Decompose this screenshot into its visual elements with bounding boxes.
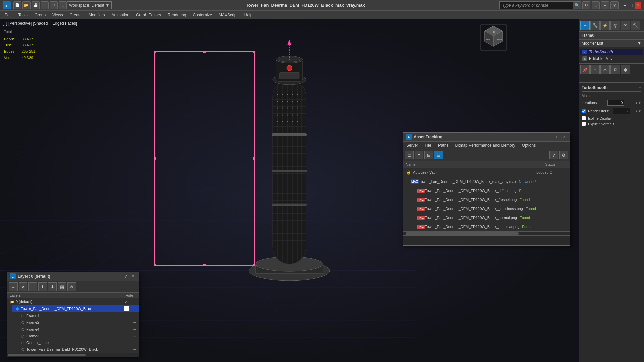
layer-question-btn[interactable]: ? bbox=[123, 273, 129, 279]
layer-item-default[interactable]: 📁 0 (default) ✓ ··· bbox=[7, 298, 139, 305]
at-close-btn[interactable]: × bbox=[561, 134, 567, 140]
layer-close-btn[interactable]: × bbox=[130, 273, 136, 279]
at-menu-bitmap[interactable]: Bitmap Performance and Memory bbox=[452, 142, 518, 149]
layer-item-frame4[interactable]: ⬡ Frame4 ··· bbox=[18, 326, 139, 333]
menu-tools[interactable]: Tools bbox=[15, 12, 31, 18]
turbosm-collapse-icon[interactable]: − bbox=[639, 85, 641, 90]
explicit-normals-checkbox[interactable] bbox=[582, 122, 586, 126]
layer-view-btn[interactable]: ≡ bbox=[9, 282, 18, 291]
layer-move-btn[interactable]: ⬆ bbox=[38, 282, 47, 291]
at-restore-btn[interactable]: □ bbox=[554, 134, 561, 140]
iterations-input[interactable] bbox=[607, 100, 624, 106]
layers-icon-btn[interactable]: ⊞ bbox=[592, 1, 600, 9]
menu-create[interactable]: Create bbox=[66, 12, 85, 18]
layer-scrollbar[interactable] bbox=[7, 353, 139, 357]
rs-arrow-btn[interactable]: ↕ bbox=[590, 65, 600, 74]
rs-display-btn[interactable]: 👁 bbox=[621, 21, 630, 30]
menu-animation[interactable]: Animation bbox=[108, 12, 133, 18]
layer-move2-btn[interactable]: ⬇ bbox=[48, 282, 57, 291]
rs-modify-btn[interactable]: 🔧 bbox=[590, 21, 600, 30]
render-iters-checkbox[interactable] bbox=[582, 109, 586, 113]
layer-item-frame3[interactable]: ⬡ Frame3 ··· bbox=[18, 333, 139, 339]
at-row-normal[interactable]: PNG Tower_Fan_Deerma_DEM_FD120W_Black_no… bbox=[403, 213, 570, 222]
star-icon-btn[interactable]: ★ bbox=[601, 1, 609, 9]
open-btn[interactable]: 📂 bbox=[22, 1, 31, 9]
restore-btn[interactable]: □ bbox=[628, 2, 635, 9]
at-vault-name: Autodesk Vault bbox=[413, 170, 534, 174]
at-db-btn[interactable]: 🗃 bbox=[405, 151, 414, 159]
rs-pin-btn[interactable]: 📌 bbox=[580, 65, 590, 74]
at-row-vault[interactable]: 🔒 Autodesk Vault Logged Off bbox=[403, 168, 570, 177]
at-fresnel-status: Found bbox=[517, 198, 550, 202]
rs-cut-btn[interactable]: ✂ bbox=[600, 65, 610, 74]
at-menu-file[interactable]: File bbox=[421, 142, 434, 149]
layer-select-btn[interactable]: ▦ bbox=[58, 282, 66, 291]
settings-icon-btn[interactable]: ⚙ bbox=[582, 1, 590, 9]
at-scrollbar[interactable] bbox=[403, 231, 570, 235]
layer-titlebar: L Layer: 0 (default) ? × bbox=[7, 272, 139, 281]
at-diffuse-indent: PNG Tower_Fan_Deerma_DEM_FD120W_Black_di… bbox=[418, 188, 517, 194]
at-help-btn[interactable]: ? bbox=[549, 151, 558, 159]
isoline-checkbox[interactable] bbox=[582, 116, 586, 120]
layer-item-control-panel[interactable]: ⬡ Control_panel ··· bbox=[18, 339, 139, 346]
at-row-max[interactable]: MAX Tower_Fan_Deerma_DEM_FD120W_Black_ma… bbox=[403, 177, 570, 186]
menu-edit[interactable]: Edit bbox=[1, 12, 15, 18]
save-btn[interactable]: 💾 bbox=[32, 1, 40, 9]
layer-del-btn[interactable]: ✕ bbox=[19, 282, 27, 291]
at-grid-btn[interactable]: ⊞ bbox=[424, 151, 433, 159]
at-row-fresnel[interactable]: PNG Tower_Fan_Deerma_DEM_FD120W_Black_fr… bbox=[403, 195, 570, 204]
iterations-spinner[interactable]: ▲▼ bbox=[635, 101, 641, 105]
layer-freeze-btn[interactable]: ❄ bbox=[67, 282, 76, 291]
render-iters-input[interactable] bbox=[613, 108, 630, 114]
layer-item-tower-fan2[interactable]: ⬡ Tower_Fan_Deerma_DEM_FD120W_Black ··· bbox=[18, 346, 139, 353]
menu-modifiers[interactable]: Modifiers bbox=[85, 12, 108, 18]
layer-item-frame2[interactable]: ⬡ Frame2 ··· bbox=[18, 319, 139, 326]
help-icon-btn[interactable]: ? bbox=[610, 1, 619, 9]
layer-scrollbar-thumb[interactable] bbox=[8, 354, 86, 356]
modifier-editable-poly[interactable]: E Editable Poly bbox=[580, 55, 643, 62]
menu-rendering[interactable]: Rendering bbox=[164, 12, 189, 18]
at-menu-paths[interactable]: Paths bbox=[435, 142, 452, 149]
minimize-btn[interactable]: − bbox=[621, 2, 628, 9]
at-scrollbar-thumb[interactable] bbox=[406, 232, 519, 235]
svg-point-57 bbox=[277, 94, 278, 95]
menu-help[interactable]: Help bbox=[241, 12, 256, 18]
search-bar[interactable]: Type a keyword or phrase bbox=[499, 1, 573, 9]
rs-utilities-btn[interactable]: 🔨 bbox=[631, 21, 640, 30]
at-row-glossiness[interactable]: PNG Tower_Fan_Deerma_DEM_FD120W_Black_gl… bbox=[403, 204, 570, 213]
rs-motion-btn[interactable]: ◎ bbox=[610, 21, 620, 30]
menu-customize[interactable]: Customize bbox=[189, 12, 215, 18]
layer-item-tower-fan[interactable]: 🔷 Tower_Fan_Deerma_DEM_FD120W_Black ··· bbox=[12, 305, 139, 312]
layer-item-frame1[interactable]: ⬡ Frame1 ··· bbox=[18, 312, 139, 319]
search-icon-btn[interactable]: 🔍 bbox=[573, 1, 581, 9]
rs-hierarchy-btn[interactable]: ⚡ bbox=[600, 21, 610, 30]
render-iters-row: Render Iters: ▲▼ bbox=[582, 108, 641, 114]
menu-group[interactable]: Group bbox=[31, 12, 49, 18]
viewport-btn[interactable]: ⊞ bbox=[59, 1, 67, 9]
modifier-turbosm[interactable]: T TurboSmooth bbox=[580, 49, 643, 55]
viewport-label[interactable]: [+] [Perspective] [Shaded + Edged Faces] bbox=[3, 21, 77, 26]
render-iters-spinner[interactable]: ▲▼ bbox=[635, 109, 641, 113]
at-table-btn[interactable]: ⊟ bbox=[434, 151, 443, 159]
menu-maxscript[interactable]: MAXScript bbox=[215, 12, 241, 18]
at-menu-options[interactable]: Options bbox=[519, 142, 539, 149]
rs-ext-btn[interactable]: ⬢ bbox=[621, 65, 630, 74]
navcube-container[interactable]: Top Left Front bbox=[479, 23, 508, 52]
menu-views[interactable]: Views bbox=[49, 12, 66, 18]
at-row-specular[interactable]: PNG Tower_Fan_Deerma_DEM_FD120W_Black_sp… bbox=[403, 222, 570, 231]
at-minimize-btn[interactable]: − bbox=[548, 134, 554, 140]
rs-create-btn[interactable]: ✦ bbox=[580, 21, 590, 30]
menu-graph-editors[interactable]: Graph Editors bbox=[133, 12, 164, 18]
at-row-diffuse[interactable]: PNG Tower_Fan_Deerma_DEM_FD120W_Black_di… bbox=[403, 186, 570, 195]
workspace-selector[interactable]: Workspace: Default ▼ bbox=[67, 1, 112, 9]
at-settings-btn[interactable]: ⚙ bbox=[559, 151, 568, 159]
close-btn[interactable]: × bbox=[635, 2, 641, 9]
undo-btn[interactable]: ↩ bbox=[41, 1, 49, 9]
new-btn[interactable]: 📄 bbox=[13, 1, 21, 9]
tower-model bbox=[236, 36, 343, 284]
rs-copy-btn[interactable]: ⧉ bbox=[610, 65, 620, 74]
redo-btn[interactable]: ↪ bbox=[50, 1, 58, 9]
at-menu-server[interactable]: Server bbox=[403, 142, 421, 149]
layer-add-btn[interactable]: + bbox=[28, 282, 37, 291]
at-list-btn[interactable]: ≡ bbox=[415, 151, 423, 159]
